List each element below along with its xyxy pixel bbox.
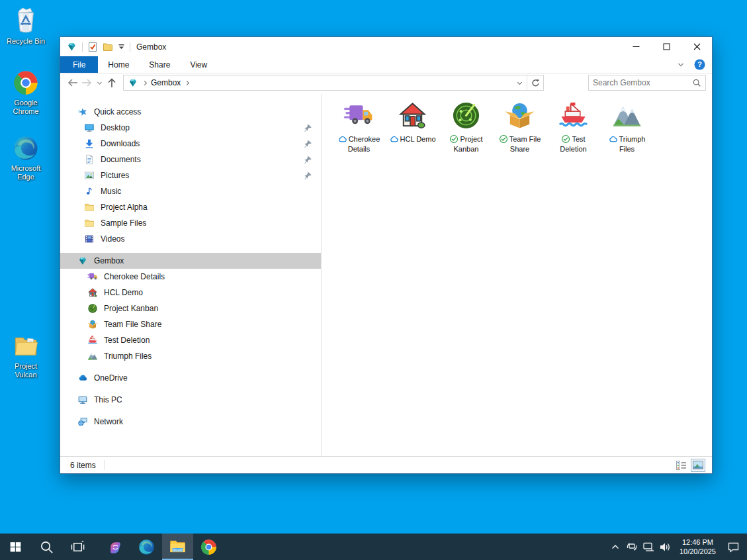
desktop-icon-project-vulcan[interactable]: Project Vulcan: [0, 332, 52, 379]
file-tile-label: Cherokee Details: [335, 134, 383, 154]
clock-date: 10/20/2025: [680, 547, 716, 556]
sidebar-item-label: Sample Files: [101, 218, 146, 228]
view-toggles: [674, 459, 705, 472]
sidebar-item-this-pc[interactable]: This PC: [60, 392, 321, 408]
sidebar-item-sample-files[interactable]: Sample Files: [60, 215, 321, 231]
back-button[interactable]: [65, 75, 79, 90]
file-name: Triumph Files: [619, 135, 646, 153]
sidebar-item-label: Quick access: [94, 107, 141, 117]
title-bar[interactable]: Gembox: [60, 37, 712, 56]
sidebar-item-network[interactable]: Network: [60, 414, 321, 430]
breadcrumb-chevron-icon[interactable]: [142, 80, 147, 85]
file-name: Team File Share: [509, 135, 541, 153]
pin-icon[interactable]: [304, 124, 312, 132]
pin-icon[interactable]: [304, 171, 312, 180]
file-tile-hcl-demo[interactable]: HCL Demo: [386, 100, 439, 144]
sidebar-item-videos[interactable]: Videos: [60, 231, 321, 247]
breadcrumb-item-gembox[interactable]: Gembox: [151, 78, 181, 87]
recent-locations-chevron[interactable]: [94, 75, 105, 90]
desktop-icon-microsoft-edge[interactable]: Microsoft Edge: [0, 134, 52, 181]
sidebar-item-quick-access[interactable]: Quick access: [60, 104, 321, 120]
details-view-button[interactable]: [674, 459, 689, 472]
pin-icon[interactable]: [304, 140, 312, 148]
sidebar-item-pictures[interactable]: Pictures: [60, 167, 321, 183]
tray-network-icon[interactable]: [640, 534, 657, 560]
desktop: { "desktop": { "icons": [ { "name": "rec…: [0, 0, 747, 560]
file-tile-team-file-share[interactable]: Team File Share: [493, 100, 547, 154]
truck-icon: [87, 271, 98, 282]
file-tile-cherokee-details[interactable]: Cherokee Details: [332, 100, 386, 154]
picture-icon: [84, 170, 95, 181]
taskbar-edge-button[interactable]: [131, 534, 162, 560]
tray-volume-icon[interactable]: [657, 534, 674, 560]
sidebar-item-project-alpha[interactable]: Project Alpha: [60, 199, 321, 215]
taskbar-copilot-button[interactable]: [100, 534, 131, 560]
file-tile-triumph-files[interactable]: Triumph Files: [600, 100, 654, 154]
desktop-icon-label: Recycle Bin: [7, 37, 45, 46]
sidebar-item-music[interactable]: Music: [60, 183, 321, 199]
start-button[interactable]: [0, 534, 31, 560]
sidebar-group-gap: [60, 386, 321, 392]
tab-view[interactable]: View: [180, 56, 217, 73]
network-globe-icon: [77, 416, 88, 427]
sidebar-item-label: Team File Share: [104, 320, 161, 329]
sidebar-item-triumph-files[interactable]: Triumph Files: [60, 348, 321, 364]
sidebar-item-hcl-demo[interactable]: HCL Demo: [60, 285, 321, 301]
breadcrumb[interactable]: Gembox: [123, 75, 544, 91]
file-list-pane[interactable]: Cherokee Details HCL Demo Project Kanban…: [322, 94, 712, 456]
tab-home[interactable]: Home: [98, 56, 139, 73]
sidebar-item-label: OneDrive: [94, 373, 128, 383]
tab-file[interactable]: File: [60, 56, 98, 73]
document-icon: [84, 154, 95, 165]
sidebar-item-downloads[interactable]: Downloads: [60, 136, 321, 152]
maximize-button[interactable]: [651, 37, 681, 56]
desktop-icon-recycle-bin[interactable]: Recycle Bin: [0, 5, 52, 46]
sidebar-item-onedrive[interactable]: OneDrive: [60, 370, 321, 386]
search-box[interactable]: [588, 75, 706, 91]
ship-icon: [558, 100, 589, 131]
taskbar-clock[interactable]: 12:46 PM 10/20/2025: [674, 537, 722, 556]
tray-sync-icon[interactable]: [624, 534, 640, 560]
address-dropdown-chevron-icon[interactable]: [517, 79, 522, 84]
forward-button[interactable]: [79, 75, 94, 90]
window-title: Gembox: [136, 42, 166, 52]
sidebar-item-gembox[interactable]: Gembox: [60, 253, 321, 269]
close-button[interactable]: [681, 37, 712, 56]
search-icon[interactable]: [692, 78, 701, 87]
properties-icon[interactable]: [87, 42, 98, 52]
collapse-ribbon-chevron-icon[interactable]: [677, 61, 685, 69]
status-divider: [104, 460, 105, 470]
large-icons-view-button[interactable]: [691, 459, 705, 472]
tab-share[interactable]: Share: [139, 56, 180, 73]
pin-icon[interactable]: [304, 156, 312, 164]
sidebar-item-cherokee-details[interactable]: Cherokee Details: [60, 269, 321, 285]
sidebar-item-desktop[interactable]: Desktop: [60, 120, 321, 136]
sidebar-item-team-file-share[interactable]: Team File Share: [60, 316, 321, 332]
customize-toolbar-chevron-icon[interactable]: [118, 43, 125, 50]
sidebar-item-documents[interactable]: Documents: [60, 152, 321, 167]
search-input[interactable]: [593, 78, 692, 87]
sidebar-item-label: Documents: [101, 155, 141, 164]
file-tile-project-kanban[interactable]: Project Kanban: [439, 100, 493, 154]
show-hidden-icons-button[interactable]: [607, 534, 624, 560]
action-center-button[interactable]: [722, 534, 744, 560]
task-view-button[interactable]: [62, 534, 93, 560]
sidebar-item-project-kanban[interactable]: Project Kanban: [60, 301, 321, 316]
taskbar-search-button[interactable]: [31, 534, 62, 560]
breadcrumb-chevron-icon[interactable]: [185, 80, 189, 85]
new-folder-icon[interactable]: [103, 42, 113, 52]
refresh-icon: [531, 79, 540, 87]
sidebar-item-test-deletion[interactable]: Test Deletion: [60, 332, 321, 348]
up-button[interactable]: [105, 75, 119, 90]
taskbar-file-explorer-button[interactable]: [162, 534, 193, 560]
minimize-button[interactable]: [621, 37, 651, 56]
gembox-app-icon: [66, 41, 77, 52]
refresh-button[interactable]: [527, 75, 543, 90]
address-bar: Gembox: [60, 73, 712, 94]
file-tile-test-deletion[interactable]: Test Deletion: [547, 100, 600, 154]
help-icon[interactable]: ?: [694, 59, 705, 70]
taskbar-chrome-button[interactable]: [193, 534, 224, 560]
file-tile-label: HCL Demo: [389, 134, 437, 144]
desktop-icon-google-chrome[interactable]: Google Chrome: [0, 69, 52, 116]
file-tile-label: Triumph Files: [603, 134, 651, 154]
